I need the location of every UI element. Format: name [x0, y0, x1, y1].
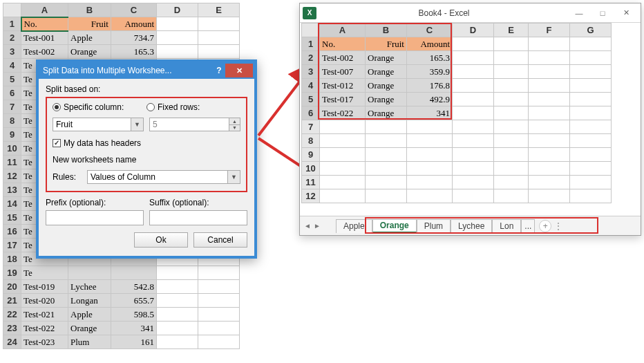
sheet-tab[interactable]: Lychee [451, 219, 492, 233]
cell[interactable] [570, 148, 612, 162]
header-cell-amount[interactable]: Amount [111, 17, 157, 31]
cell[interactable] [366, 148, 407, 162]
column-select[interactable]: Fruit ▼ [53, 118, 144, 131]
cell[interactable] [407, 176, 453, 189]
cell[interactable] [453, 65, 494, 79]
cell[interactable] [570, 134, 612, 148]
cell[interactable] [453, 120, 494, 134]
cell[interactable] [529, 65, 570, 79]
cell[interactable]: Te [21, 266, 68, 280]
cell[interactable]: Apple [68, 308, 111, 322]
cell[interactable] [198, 294, 240, 308]
cell[interactable] [407, 134, 453, 148]
row-header[interactable]: 22 [3, 308, 21, 322]
prefix-input[interactable] [46, 210, 144, 225]
cancel-button[interactable]: Cancel [193, 232, 247, 248]
col-header-D[interactable]: D [453, 24, 494, 37]
cell[interactable]: Test-021 [21, 308, 68, 322]
cell[interactable] [320, 120, 366, 134]
cell[interactable] [494, 106, 529, 120]
header-cell-amount[interactable]: Amount [407, 37, 453, 51]
cell[interactable] [198, 322, 240, 335]
cell[interactable] [529, 106, 570, 120]
cell[interactable]: Test-012 [320, 79, 366, 93]
cell[interactable]: Test-023 [21, 335, 68, 349]
row-header[interactable]: 4 [3, 59, 21, 73]
cell[interactable] [453, 148, 494, 162]
cell[interactable]: Test-002 [320, 51, 366, 65]
cell[interactable] [366, 176, 407, 189]
row-header[interactable]: 12 [302, 189, 320, 203]
sheet-tab[interactable]: Lon [492, 219, 521, 233]
cell[interactable] [111, 266, 157, 280]
sheet-tab[interactable]: Plum [417, 219, 451, 233]
restore-button[interactable]: □ [591, 6, 614, 20]
cell[interactable] [198, 266, 240, 280]
cell[interactable] [453, 189, 494, 203]
cell[interactable] [529, 120, 570, 134]
cell[interactable] [157, 31, 198, 45]
cell[interactable]: Lychee [68, 280, 111, 294]
cell[interactable] [320, 134, 366, 148]
cell[interactable]: Orange [366, 79, 407, 93]
cell[interactable]: Orange [68, 322, 111, 335]
window-titlebar[interactable]: X Book4 - Excel — □ ✕ [300, 3, 641, 23]
row-header[interactable]: 19 [3, 266, 21, 280]
cell[interactable]: Test-007 [320, 65, 366, 79]
col-header-C[interactable]: C [111, 3, 157, 17]
cell[interactable] [529, 189, 570, 203]
cell[interactable] [529, 37, 570, 51]
cell[interactable] [157, 308, 198, 322]
cell[interactable] [453, 37, 494, 51]
cell[interactable]: 341 [111, 322, 157, 335]
cell[interactable] [494, 79, 529, 93]
cell[interactable] [366, 134, 407, 148]
cell[interactable]: 161 [111, 335, 157, 349]
tab-nav-next[interactable]: ► [312, 222, 322, 230]
cell[interactable] [453, 51, 494, 65]
cell[interactable] [366, 189, 407, 203]
row-header[interactable]: 9 [3, 128, 21, 142]
cell[interactable] [529, 162, 570, 176]
cell[interactable]: Test-022 [21, 322, 68, 335]
row-header[interactable]: 20 [3, 280, 21, 294]
row-header[interactable]: 8 [3, 114, 21, 128]
cell[interactable]: Orange [366, 65, 407, 79]
header-cell-no[interactable]: No. [320, 37, 366, 51]
cell[interactable]: Test-020 [21, 294, 68, 308]
row-header[interactable]: 1 [302, 37, 320, 51]
cell[interactable] [494, 148, 529, 162]
cell[interactable] [529, 79, 570, 93]
cell[interactable] [453, 93, 494, 106]
cell[interactable]: Orange [366, 106, 407, 120]
row-header[interactable]: 11 [3, 156, 21, 169]
cell[interactable]: 165.3 [111, 45, 157, 59]
row-header[interactable]: 2 [302, 51, 320, 65]
cell[interactable] [320, 162, 366, 176]
row-header[interactable]: 13 [3, 183, 21, 197]
result-worksheet[interactable]: A B C D E F G 1 No. Fruit Amount 2Test-0… [301, 23, 612, 203]
cell[interactable] [157, 280, 198, 294]
cell[interactable] [529, 148, 570, 162]
cell[interactable] [570, 65, 612, 79]
cell[interactable] [453, 79, 494, 93]
close-window-button[interactable]: ✕ [614, 6, 638, 20]
header-cell-fruit[interactable]: Fruit [366, 37, 407, 51]
cell[interactable]: 492.9 [407, 93, 453, 106]
cell[interactable]: Apple [68, 31, 111, 45]
cell[interactable] [407, 162, 453, 176]
row-header[interactable]: 7 [302, 120, 320, 134]
cell[interactable] [570, 162, 612, 176]
cell[interactable] [570, 120, 612, 134]
spin-buttons[interactable]: ▲▼ [229, 118, 240, 131]
col-header-G[interactable]: G [570, 24, 612, 37]
cell[interactable] [570, 176, 612, 189]
row-header[interactable]: 3 [302, 65, 320, 79]
cell[interactable] [157, 294, 198, 308]
cell[interactable] [570, 189, 612, 203]
row-header[interactable]: 5 [302, 93, 320, 106]
cell[interactable] [198, 31, 240, 45]
cell[interactable]: Test-002 [21, 45, 68, 59]
row-header[interactable]: 23 [3, 322, 21, 335]
row-header[interactable]: 6 [3, 86, 21, 100]
